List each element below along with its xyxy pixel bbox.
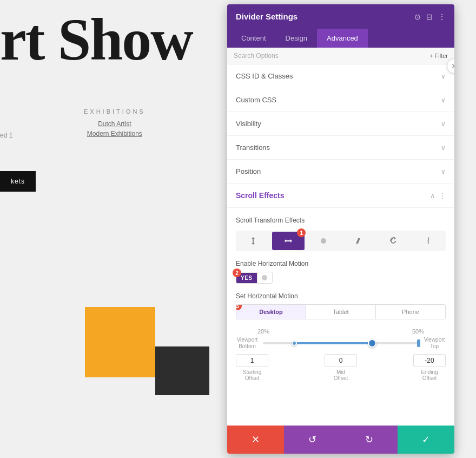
slider-track[interactable] <box>263 342 419 344</box>
starting-offset-group: StartingOffset <box>236 354 268 381</box>
bg-button: kets <box>0 171 36 192</box>
mid-offset-group: MidOffset <box>325 354 357 381</box>
search-options-label: Search Options <box>234 52 279 60</box>
save-button[interactable]: ✓ <box>398 426 454 454</box>
ending-offset-input[interactable] <box>413 354 446 367</box>
slider-pct-right: 50% <box>412 328 424 335</box>
chevron-down-icon-2: ∨ <box>441 96 446 104</box>
scroll-fade-btn[interactable] <box>307 232 340 250</box>
settings-panel: Divider Settings ⊙ ⊟ ⋮ Content Design Ad… <box>227 4 454 454</box>
slider-track-wrapper: ViewportBottom ViewportTop <box>236 337 446 350</box>
bg-text: ed 1 <box>0 132 12 139</box>
bg-orange-rect <box>85 307 155 377</box>
accordion-label-visibility: Visibility <box>236 120 261 128</box>
accordion-label-transitions: Transitions <box>236 143 270 152</box>
redo-button[interactable]: ↻ <box>341 426 398 454</box>
viewport-bottom-label: ViewportBottom <box>236 337 259 350</box>
accordion-header-visibility[interactable]: Visibility ∨ <box>227 112 454 135</box>
more-options-icon[interactable]: ⋮ <box>439 192 446 200</box>
scroll-effects-body: Scroll Transform Effects 1 <box>227 208 454 398</box>
mid-offset-label: MidOffset <box>325 369 357 381</box>
cancel-button[interactable]: ✕ <box>227 426 284 454</box>
enable-motion-label: Enable Horizontal Motion <box>236 260 446 267</box>
starting-offset-label: StartingOffset <box>236 369 268 381</box>
scroll-effects-section: Scroll Effects ∧ ⋮ Scroll Transform Effe… <box>227 184 454 426</box>
badge-1: 1 <box>297 228 306 237</box>
scroll-horizontal-btn[interactable]: 1 <box>272 232 305 250</box>
more-icon[interactable]: ⋮ <box>438 12 446 21</box>
accordion-label-custom-css: Custom CSS <box>236 96 276 104</box>
toggle-dot <box>262 275 267 280</box>
slider-thumb-right[interactable] <box>368 339 376 348</box>
toggle-wrapper: 2 YES <box>236 272 446 284</box>
accordion-header-transitions[interactable]: Transitions ∨ <box>227 136 454 159</box>
bg-exhibitions: EXHIBITIONS Dutch Artist Modern Exhibiti… <box>84 108 146 140</box>
bg-title: rt Show <box>0 5 193 74</box>
bg-dark-rect <box>155 346 209 395</box>
exhibition-link-1[interactable]: Dutch Artist <box>84 120 146 128</box>
slider-right-marker <box>417 339 420 347</box>
accordion-css-id: CSS ID & Classes ∨ <box>227 64 454 88</box>
mid-offset-input[interactable] <box>325 354 357 367</box>
filter-button[interactable]: + Filter <box>429 53 448 59</box>
accordion-transitions: Transitions ∨ <box>227 136 454 160</box>
viewport-top-label: ViewportTop <box>423 337 446 350</box>
panel-title: Divider Settings <box>236 12 298 21</box>
chevron-down-icon-5: ∨ <box>441 168 446 175</box>
chevron-down-icon-3: ∨ <box>441 120 446 128</box>
transform-icons-row: 1 <box>236 231 446 251</box>
accordion-header-position[interactable]: Position ∨ <box>227 160 454 183</box>
scroll-skew-btn[interactable] <box>342 232 375 250</box>
tab-tablet[interactable]: Tablet <box>306 305 376 319</box>
offset-inputs: StartingOffset MidOffset EndingOffset <box>236 354 446 381</box>
slider-labels: 20% 50% <box>236 328 446 335</box>
svg-point-0 <box>321 238 326 244</box>
scroll-effects-icons: ∧ ⋮ <box>430 192 446 200</box>
action-bar: ✕ ↺ ↻ ✓ <box>227 426 454 454</box>
scroll-effects-title: Scroll Effects <box>236 191 284 200</box>
accordion-label-position: Position <box>236 167 261 175</box>
scroll-vertical-btn[interactable] <box>237 232 270 250</box>
scroll-scale-btn[interactable] <box>412 232 445 250</box>
tab-content[interactable]: Content <box>232 29 276 48</box>
device-tabs: 3 Desktop Tablet Phone <box>236 304 446 319</box>
accordion-custom-css: Custom CSS ∨ <box>227 88 454 112</box>
ending-offset-group: EndingOffset <box>413 354 446 381</box>
transform-effects-label: Scroll Transform Effects <box>236 217 446 224</box>
panel-tabs: Content Design Advanced <box>227 29 454 48</box>
search-bar: Search Options + Filter <box>227 48 454 64</box>
slider-pct-left: 20% <box>257 328 269 335</box>
accordion-label-css-id: CSS ID & Classes <box>236 72 293 80</box>
tab-desktop[interactable]: Desktop <box>236 305 306 319</box>
panel-header-icons: ⊙ ⊟ ⋮ <box>414 12 446 21</box>
collapse-icon[interactable]: ∧ <box>430 192 435 200</box>
toggle-switch[interactable]: YES <box>236 272 273 284</box>
enable-motion-row: Enable Horizontal Motion 2 YES <box>236 260 446 284</box>
panel-header: Divider Settings ⊙ ⊟ ⋮ <box>227 4 454 29</box>
focus-icon[interactable]: ⊙ <box>414 12 421 21</box>
tab-advanced[interactable]: Advanced <box>317 29 368 48</box>
accordion-header-custom-css[interactable]: Custom CSS ∨ <box>227 88 454 112</box>
starting-offset-input[interactable] <box>236 354 268 367</box>
chevron-down-icon-4: ∨ <box>441 144 446 152</box>
tab-design[interactable]: Design <box>276 29 317 48</box>
scroll-effects-header: Scroll Effects ∧ ⋮ <box>227 184 454 208</box>
device-section: Set Horizontal Motion 3 Desktop Tablet P… <box>236 292 446 319</box>
tab-phone[interactable]: Phone <box>376 305 445 319</box>
accordion-visibility: Visibility ∨ <box>227 112 454 136</box>
slider-section: 20% 50% ViewportBottom ViewportTop <box>236 328 446 381</box>
motion-label: Set Horizontal Motion <box>236 292 446 300</box>
slider-fill <box>294 342 372 344</box>
toggle-handle <box>257 272 272 283</box>
scroll-rotate-btn[interactable] <box>377 232 410 250</box>
exhibition-link-2[interactable]: Modern Exhibitions <box>84 130 146 138</box>
slider-thumb-left[interactable] <box>292 341 297 346</box>
accordion-header-css-id[interactable]: CSS ID & Classes ∨ <box>227 64 454 88</box>
accordion-position: Position ∨ <box>227 160 454 184</box>
undo-button[interactable]: ↺ <box>284 426 341 454</box>
columns-icon[interactable]: ⊟ <box>426 12 433 21</box>
exhibitions-heading: EXHIBITIONS <box>84 108 146 115</box>
ending-offset-label: EndingOffset <box>413 369 446 381</box>
chevron-down-icon: ∨ <box>441 73 446 80</box>
badge-2: 2 <box>233 269 241 277</box>
